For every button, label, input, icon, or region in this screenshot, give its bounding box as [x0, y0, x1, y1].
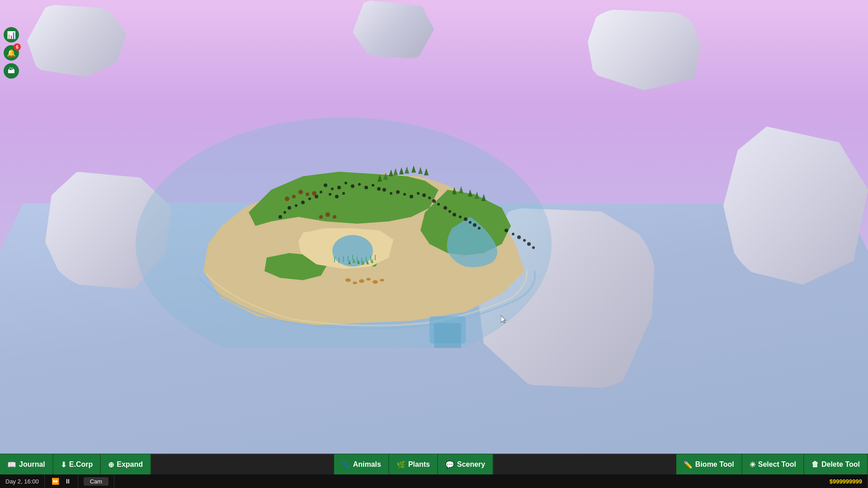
- money-amount: $999999999: [830, 478, 862, 485]
- select-tool-icon: ✳: [750, 460, 755, 469]
- svg-point-33: [358, 183, 361, 186]
- svg-point-65: [478, 227, 481, 230]
- svg-point-60: [453, 213, 456, 216]
- fast-forward-button[interactable]: ⏩: [50, 478, 61, 485]
- plants-icon: 🌿: [396, 460, 406, 469]
- svg-point-54: [422, 193, 426, 197]
- svg-point-40: [301, 201, 305, 204]
- svg-point-31: [344, 182, 347, 184]
- svg-point-90: [345, 278, 351, 282]
- biome-tool-icon: ✏️: [684, 460, 693, 469]
- svg-point-66: [505, 229, 508, 232]
- select-tool-label: Select Tool: [758, 460, 796, 469]
- svg-point-50: [396, 190, 400, 194]
- delete-tool-label: Delete Tool: [821, 460, 860, 469]
- svg-point-39: [308, 197, 311, 200]
- svg-point-47: [342, 192, 345, 195]
- svg-point-51: [403, 193, 406, 196]
- scenery-icon: 💬: [445, 460, 454, 469]
- svg-point-64: [473, 223, 476, 227]
- svg-point-69: [523, 239, 526, 242]
- svg-point-34: [364, 186, 368, 189]
- ecorp-icon: ⬇: [61, 460, 66, 469]
- notifications-icon: 🔔: [7, 49, 16, 57]
- svg-point-53: [417, 192, 420, 195]
- svg-point-56: [432, 199, 436, 203]
- day-time-display: Day 2, 16:00: [0, 474, 45, 488]
- svg-rect-97: [434, 323, 461, 348]
- biome-tool-button[interactable]: ✏️ Biome Tool: [676, 454, 742, 475]
- svg-point-30: [337, 186, 341, 189]
- center-tools: 🐾 Animals 🌿 Plants 💬 Scenery: [334, 454, 494, 475]
- svg-point-75: [292, 195, 296, 198]
- journal-label: Journal: [19, 460, 45, 469]
- expand-icon: ⊕: [108, 460, 114, 469]
- left-icons-panel: 📊 🔔 6 🏔: [4, 27, 19, 79]
- svg-point-29: [331, 188, 334, 190]
- svg-point-55: [428, 197, 431, 199]
- svg-point-59: [448, 210, 451, 213]
- bottom-bar: 📖 Journal ⬇ E.Corp ⊕ Expand 🐾 Animals 🌿 …: [0, 454, 868, 488]
- svg-point-72: [298, 190, 303, 194]
- select-tool-button[interactable]: ✳ Select Tool: [742, 454, 804, 475]
- notification-badge: 6: [14, 43, 21, 51]
- svg-point-52: [410, 195, 413, 198]
- svg-point-74: [312, 191, 316, 196]
- svg-point-42: [288, 206, 291, 210]
- svg-point-36: [377, 187, 381, 191]
- map-button[interactable]: 🏔: [4, 63, 19, 79]
- svg-point-41: [295, 204, 297, 207]
- animals-label: Animals: [353, 460, 381, 469]
- day-time-label: Day 2, 16:00: [5, 478, 39, 485]
- stats-icon: 📊: [7, 31, 16, 39]
- svg-point-78: [326, 212, 330, 217]
- svg-point-57: [437, 203, 440, 206]
- svg-point-45: [329, 193, 331, 196]
- svg-point-44: [278, 215, 282, 219]
- svg-point-76: [285, 197, 289, 201]
- notifications-button[interactable]: 🔔 6: [4, 45, 19, 61]
- ecorp-label: E.Corp: [69, 460, 93, 469]
- svg-point-79: [333, 215, 336, 219]
- svg-point-92: [359, 279, 364, 283]
- svg-point-7: [332, 235, 373, 267]
- svg-point-49: [390, 192, 392, 195]
- svg-point-63: [469, 221, 472, 224]
- scenery-label: Scenery: [457, 460, 485, 469]
- delete-tool-button[interactable]: 🗑 Delete Tool: [804, 454, 868, 475]
- ecorp-button[interactable]: ⬇ E.Corp: [53, 454, 101, 475]
- toolbar: 📖 Journal ⬇ E.Corp ⊕ Expand 🐾 Animals 🌿 …: [0, 454, 868, 474]
- camera-display: Cam: [78, 474, 114, 488]
- journal-button[interactable]: 📖 Journal: [0, 454, 53, 475]
- svg-point-48: [382, 188, 386, 192]
- svg-point-71: [532, 246, 535, 249]
- plants-label: Plants: [408, 460, 430, 469]
- scenery-button[interactable]: 💬 Scenery: [438, 454, 493, 475]
- svg-point-93: [366, 278, 371, 281]
- plants-button[interactable]: 🌿 Plants: [389, 454, 438, 475]
- money-display: $999999999: [824, 474, 868, 488]
- svg-point-70: [527, 242, 531, 246]
- journal-icon: 📖: [7, 460, 16, 469]
- svg-point-77: [319, 215, 323, 219]
- svg-point-73: [306, 192, 309, 196]
- svg-point-58: [443, 206, 447, 210]
- expand-label: Expand: [117, 460, 143, 469]
- svg-point-28: [324, 183, 327, 187]
- svg-point-43: [283, 211, 286, 214]
- expand-button[interactable]: ⊕ Expand: [101, 454, 151, 475]
- camera-label: Cam: [84, 477, 108, 486]
- svg-point-61: [459, 216, 462, 218]
- delete-tool-icon: 🗑: [811, 460, 819, 469]
- svg-point-32: [351, 184, 354, 188]
- svg-point-95: [380, 279, 384, 282]
- island-map: [131, 54, 556, 348]
- svg-point-67: [512, 233, 514, 235]
- svg-point-68: [517, 235, 521, 239]
- map-icon: 🏔: [8, 67, 15, 75]
- pause-button[interactable]: ⏸: [63, 478, 72, 485]
- game-viewport: [0, 0, 868, 488]
- play-controls[interactable]: ⏩ ⏸: [45, 474, 78, 488]
- animals-button[interactable]: 🐾 Animals: [334, 454, 389, 475]
- stats-button[interactable]: 📊: [4, 27, 19, 42]
